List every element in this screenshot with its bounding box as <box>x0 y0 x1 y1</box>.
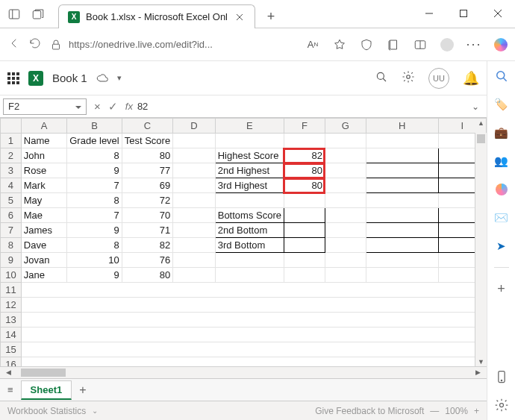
copilot-sidebar-icon[interactable] <box>494 182 509 197</box>
header-chevron-down-icon[interactable]: ▾ <box>117 73 122 83</box>
cell[interactable]: 70 <box>122 208 172 223</box>
cell[interactable]: Highest Score <box>215 148 284 163</box>
minimize-button[interactable] <box>412 0 446 28</box>
cell[interactable]: Name <box>21 134 66 148</box>
row-header[interactable]: 13 <box>1 313 22 327</box>
briefcase-icon[interactable]: 💼 <box>494 125 509 140</box>
col-header[interactable]: F <box>284 119 325 134</box>
vertical-scrollbar[interactable] <box>475 133 487 367</box>
tag-icon[interactable]: 🏷️ <box>494 97 509 112</box>
row-header[interactable]: 15 <box>1 342 22 357</box>
row-header[interactable]: 9 <box>1 253 22 268</box>
cell[interactable]: Bottoms Score <box>215 208 284 223</box>
row-header[interactable]: 14 <box>1 327 22 342</box>
row-header[interactable]: 1 <box>1 134 22 148</box>
expand-formula-bar-icon[interactable]: ⌄ <box>472 101 487 112</box>
cell[interactable] <box>173 253 216 268</box>
cell[interactable]: Dave <box>21 238 66 253</box>
cell[interactable]: 10 <box>67 253 122 268</box>
cell[interactable] <box>21 342 486 357</box>
cell[interactable]: 77 <box>122 163 172 178</box>
cell[interactable] <box>284 268 325 283</box>
cell[interactable] <box>284 238 325 253</box>
workbook-stats[interactable]: Workbook Statistics <box>7 406 86 416</box>
cell[interactable] <box>366 178 438 193</box>
cancel-formula-icon[interactable]: × <box>94 100 101 113</box>
cell[interactable]: 9 <box>67 223 122 238</box>
settings-rail-icon[interactable] <box>494 398 509 413</box>
row-header[interactable]: 5 <box>1 193 22 208</box>
cell[interactable]: Jovan <box>21 253 66 268</box>
mobile-icon[interactable] <box>494 369 509 384</box>
cell[interactable] <box>173 223 216 238</box>
cell[interactable]: Jane <box>21 268 66 283</box>
cell[interactable]: Rose <box>21 163 66 178</box>
cell[interactable]: 7 <box>67 178 122 193</box>
fx-label[interactable]: fx <box>125 101 137 112</box>
cell[interactable]: 69 <box>122 178 172 193</box>
outlook-icon[interactable]: ✉️ <box>494 210 509 225</box>
cell[interactable] <box>325 193 366 208</box>
cell[interactable] <box>366 253 438 268</box>
cell[interactable]: 8 <box>67 148 122 163</box>
col-header[interactable]: C <box>122 119 172 134</box>
row-header[interactable]: 12 <box>1 298 22 313</box>
col-header[interactable]: G <box>325 119 366 134</box>
cell[interactable] <box>366 223 438 238</box>
cell[interactable] <box>366 193 438 208</box>
notification-bell-icon[interactable]: 🔔 <box>463 70 479 87</box>
cell[interactable]: Mark <box>21 178 66 193</box>
col-header[interactable]: E <box>215 119 284 134</box>
cell[interactable]: 71 <box>122 223 172 238</box>
cell[interactable] <box>173 148 216 163</box>
cell[interactable]: 80 <box>284 163 325 178</box>
settings-gear-icon[interactable] <box>402 70 415 86</box>
cell[interactable] <box>366 268 438 283</box>
collections-icon[interactable] <box>387 38 400 51</box>
split-screen-icon[interactable] <box>413 38 427 51</box>
cell[interactable]: Grade level <box>67 134 122 148</box>
cell[interactable] <box>21 298 486 313</box>
browser-tab-active[interactable]: X Book 1.xlsx - Microsoft Excel Onl <box>58 4 255 28</box>
url-box[interactable]: https://onedrive.live.com/edit?id... <box>49 38 213 51</box>
cell[interactable] <box>215 268 284 283</box>
cell[interactable] <box>366 208 438 223</box>
zoom-in-button[interactable]: + <box>474 406 479 416</box>
row-header[interactable]: 8 <box>1 238 22 253</box>
cell[interactable] <box>284 193 325 208</box>
cell[interactable]: 2nd Bottom <box>215 223 284 238</box>
cell[interactable] <box>325 238 366 253</box>
cell[interactable]: 9 <box>67 163 122 178</box>
cell[interactable]: 7 <box>67 208 122 223</box>
feedback-link[interactable]: Give Feedback to Microsoft <box>315 406 424 416</box>
cell[interactable] <box>284 253 325 268</box>
cell[interactable] <box>173 193 216 208</box>
row-header[interactable]: 3 <box>1 163 22 178</box>
cell[interactable]: 8 <box>67 238 122 253</box>
user-avatar[interactable]: UU <box>428 68 449 89</box>
cell[interactable] <box>284 223 325 238</box>
text-size-icon[interactable]: AN <box>306 38 319 51</box>
maximize-button[interactable] <box>446 0 481 28</box>
cell[interactable] <box>325 268 366 283</box>
app-launcher-icon[interactable] <box>7 72 19 84</box>
col-header[interactable]: H <box>366 119 438 134</box>
row-header[interactable]: 4 <box>1 178 22 193</box>
cell[interactable] <box>173 134 216 148</box>
cloud-sync-icon[interactable] <box>96 72 108 84</box>
cell[interactable]: Test Score <box>122 134 172 148</box>
cell[interactable]: 80 <box>122 268 172 283</box>
cell[interactable] <box>215 193 284 208</box>
cell[interactable] <box>173 208 216 223</box>
cell[interactable]: John <box>21 148 66 163</box>
cell[interactable]: James <box>21 223 66 238</box>
new-tab-button[interactable]: + <box>260 5 282 28</box>
security-icon[interactable] <box>360 38 373 51</box>
cell[interactable]: 3rd Bottom <box>215 238 284 253</box>
close-window-button[interactable] <box>481 0 515 28</box>
cell[interactable] <box>325 134 366 148</box>
cell[interactable] <box>173 178 216 193</box>
row-header[interactable]: 11 <box>1 283 22 298</box>
cell[interactable]: 3rd Highest <box>215 178 284 193</box>
send-icon[interactable]: ➤ <box>494 239 509 254</box>
